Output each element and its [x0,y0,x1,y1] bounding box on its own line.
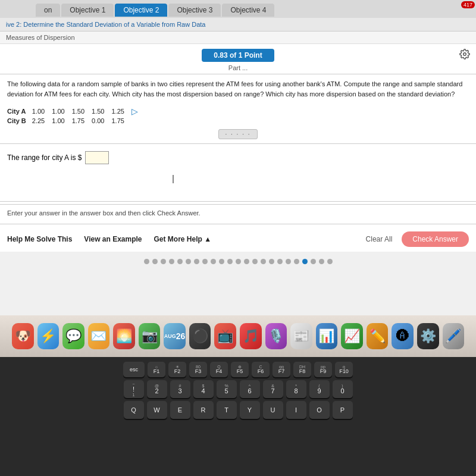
pagination-dot-18[interactable] [294,259,299,264]
toolbar: Help Me Solve This View an Example Get M… [0,227,476,252]
divider3 [0,224,476,224]
view-example-button[interactable]: View an Example [84,235,142,243]
dock-icon-music[interactable]: 🎵 [240,323,262,349]
dock-icon-excel[interactable]: 📊 [316,323,338,349]
key-f2[interactable]: ☀F2 [168,362,186,377]
dock-icon-system[interactable]: ⚙️ [417,323,439,349]
toolbar-right: Clear All Check Answer [366,231,469,247]
tab-on[interactable]: on [36,4,60,17]
dock-icon-calendar[interactable]: AUG 26 [164,323,186,349]
key-o[interactable]: O [309,401,330,419]
key-y[interactable]: Y [240,401,260,419]
key-q[interactable]: Q [124,401,144,419]
dock-icon-news[interactable]: 📰 [290,323,312,349]
table-row: City B 2.25 1.00 1.75 0.00 1.75 [7,117,145,125]
pagination-dot-20[interactable] [311,259,316,264]
point-badge-container: 0.83 of 1 Point [0,44,476,64]
dock-icon-appletv[interactable]: 📺 [214,323,236,349]
key-f10[interactable]: qF10 [335,362,353,377]
key-i[interactable]: I [286,401,306,419]
pagination-dot-10[interactable] [227,259,233,264]
pagination-dot-22[interactable] [327,259,333,264]
dock-icon-launchpad[interactable]: ⚫ [189,323,211,349]
pagination-dot-4[interactable] [177,259,183,264]
pagination-dot-12[interactable] [244,259,249,264]
pagination-dot-6[interactable] [194,259,199,264]
key-f5[interactable]: ⊕F5 [231,362,249,377]
key-f9[interactable]: ppF9 [314,362,332,377]
dock-icon-word[interactable]: 🖊️ [443,323,465,349]
dock-icon-photos[interactable]: 417🌅 [113,323,135,349]
key-r[interactable]: R [193,401,214,419]
pagination-dot-21[interactable] [319,259,324,264]
dock-icon-swift[interactable]: 🅐 [392,323,414,349]
pagination-dot-13[interactable] [252,259,258,264]
key-f8[interactable]: DHF8 [293,362,311,377]
key-e[interactable]: E [170,401,190,419]
key-f3[interactable]: 80F3 [189,362,207,377]
ellipsis-button[interactable]: · · · · · [218,129,257,139]
key-w[interactable]: W [147,401,167,419]
key-p[interactable]: P [333,401,353,419]
tab-objective1[interactable]: Objective 1 [61,4,114,17]
tab-objective2[interactable]: Objective 2 [115,4,167,17]
question-text: The following data for a random sample o… [0,74,476,104]
clear-all-button[interactable]: Clear All [366,235,393,243]
key-f7[interactable]: qqF7 [273,362,290,377]
keyboard: esc ☼F1 ☀F2 80F3 QF4 ⊕F5 CF6 qqF7 DHF8 p… [0,357,476,476]
cursor [173,175,174,183]
key-f1[interactable]: ☼F1 [148,362,165,377]
settings-icon[interactable] [459,49,470,62]
pagination-dot-5[interactable] [186,259,191,264]
key-5[interactable]: %5 [217,380,237,398]
dock-icon-numbers[interactable]: 📈 [341,323,363,349]
pagination-dot-3[interactable] [169,259,174,264]
dock-icon-facetime[interactable]: 📷 [139,323,161,349]
pagination-dot-1[interactable] [152,259,158,264]
key-u[interactable]: U [263,401,283,419]
key-0[interactable]: )0 [333,380,353,398]
key-7[interactable]: &7 [263,380,283,398]
tab-objective3[interactable]: Objective 3 [168,4,221,17]
pagination-dot-15[interactable] [269,259,274,264]
dock-icon-apps[interactable]: ⚡ [37,323,60,349]
key-f4[interactable]: QF4 [210,362,228,377]
pagination-dot-2[interactable] [161,259,166,264]
pagination-dot-7[interactable] [202,259,208,264]
pagination-dot-17[interactable] [286,259,291,264]
key-row-numbers: ~!1 @2 #3 $4 %5 ^6 &7 *8 (9 )0 [6,380,470,398]
help-me-solve-button[interactable]: Help Me Solve This [7,235,72,243]
part-label: Part ... [0,64,476,74]
divider [0,143,476,144]
key-9[interactable]: (9 [309,380,330,398]
dock-icon-mail[interactable]: ✉️ [88,323,110,349]
key-t[interactable]: T [217,401,237,419]
answer-input[interactable] [85,151,109,164]
answer-prompt: The range for city A is $ [7,154,82,162]
key-tilde[interactable]: ~!1 [124,380,144,398]
tab-objective4[interactable]: Objective 4 [222,4,274,17]
get-more-help-button[interactable]: Get More Help ▲ [154,235,212,243]
dock: 🐶 ⚡ 💬 ✉️ 417🌅 📷 AUG 26 ⚫ 📺 🎵 🎙️ 📰 📊 📈 ✏️… [0,315,476,357]
check-answer-button[interactable]: Check Answer [402,231,469,247]
pagination-dot-16[interactable] [277,259,283,264]
key-3[interactable]: #3 [170,380,190,398]
key-6[interactable]: ^6 [240,380,260,398]
key-f6[interactable]: CF6 [252,362,270,377]
pagination-dot-14[interactable] [261,259,266,264]
pagination-dot-19[interactable] [302,259,308,264]
pagination-dot-9[interactable] [219,259,224,264]
dock-icon-messages[interactable]: 💬 [62,323,84,349]
dock-icon-keynote[interactable]: ✏️ [367,323,389,349]
pagination-dot-8[interactable] [211,259,216,264]
dock-icon-podcasts[interactable]: 🎙️ [265,323,287,349]
pagination-dot-11[interactable] [236,259,241,264]
pagination-dot-0[interactable] [144,259,149,264]
key-2[interactable]: @2 [147,380,167,398]
key-8[interactable]: *8 [286,380,306,398]
key-esc[interactable]: esc [123,362,145,377]
key-4[interactable]: $4 [193,380,214,398]
data-table: City A 1.00 1.00 1.50 1.50 1.25 ▷ City B… [0,104,476,127]
divider2 [0,201,476,202]
dock-icon-finder[interactable]: 🐶 [12,323,34,349]
